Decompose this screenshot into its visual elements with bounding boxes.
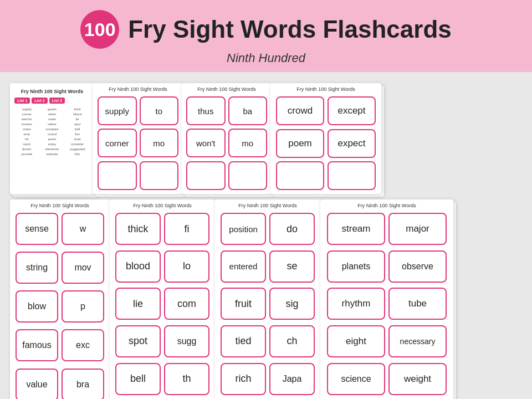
flashcard: thick (115, 213, 161, 245)
flashcard: mov (62, 252, 104, 284)
list-word: lie (65, 117, 90, 121)
list-word: crops (14, 127, 39, 131)
flashcard-sheet-6: Fry Ninth 100 Sight Words position do en… (215, 200, 320, 399)
sheet-title: Fry Ninth 100 Sight Words (327, 203, 447, 208)
list-word: elements (40, 147, 65, 151)
list-word: suggested (65, 147, 90, 151)
badge-list2: List 2 (32, 98, 47, 104)
flashcard: th (164, 363, 209, 395)
flashcard: blood (115, 250, 161, 283)
list-word: corner (14, 112, 39, 116)
flashcard: weight (388, 363, 447, 395)
list-word: consider (65, 142, 90, 146)
flashcard: p (62, 290, 104, 323)
flashcard: exc (62, 329, 104, 361)
list-word: electric (14, 117, 39, 121)
flashcard (140, 161, 179, 190)
flashcard: sugg (164, 325, 209, 357)
list-word: doctor (14, 147, 39, 151)
list-word: rather (40, 122, 65, 126)
flashcard: w (62, 213, 104, 245)
flashcard (228, 161, 268, 190)
flashcard: mo (228, 129, 268, 157)
sheet-title: Fry Ninth 100 Sight Words (221, 203, 315, 208)
flashcard: thus (186, 96, 226, 125)
flashcard: entered (221, 250, 266, 283)
sheet-title: Fry Ninth 100 Sight Words (186, 86, 267, 92)
list-word: indicate (40, 152, 65, 156)
header: 100 Fry Sight Words Flashcards Ninth Hun… (0, 0, 532, 72)
flashcard: to (140, 96, 179, 125)
flashcard: crowd (276, 96, 324, 125)
flashcard: value (16, 369, 58, 399)
flashcard: do (269, 213, 315, 245)
list-word: poem (40, 137, 65, 141)
flashcard: tied (221, 325, 266, 357)
flashcard: spot (115, 325, 161, 357)
badge-number: 100 (80, 10, 119, 49)
list-word: supply (14, 107, 39, 111)
list-word: sand (14, 142, 39, 146)
list-word: fun (65, 132, 90, 136)
flashcard: Japa (269, 363, 315, 395)
flashcard: stream (327, 213, 385, 245)
flashcard: ba (228, 96, 268, 125)
flashcard: except (328, 96, 376, 125)
main-content: Fry Ninth 100 Sight Words List 1 List 2 … (0, 72, 532, 399)
list-word: enjoy (40, 142, 65, 146)
flashcard: sig (269, 288, 315, 320)
list-word: crowd (40, 132, 65, 136)
flashcard-sheet-4: Fry Ninth 100 Sight Words sense w string… (10, 200, 110, 399)
flashcard: eight (327, 325, 385, 357)
flashcard (276, 161, 324, 190)
flashcard: supply (98, 96, 137, 125)
flashcard: necessary (388, 325, 447, 357)
flashcard: corner (98, 129, 137, 157)
sheet-title: Fry Ninth 100 Sight Words (16, 203, 104, 208)
list-word: trade (40, 117, 65, 121)
flashcard: lo (164, 250, 209, 283)
list-word: thin (65, 152, 90, 156)
list-card: Fry Ninth 100 Sight Words List 1 List 2 … (10, 83, 94, 194)
flashcard: fruit (221, 288, 266, 320)
flashcard: com (164, 288, 209, 320)
badge-list3: List 3 (49, 98, 65, 104)
flashcard: string (16, 252, 58, 284)
flashcard: blow (16, 290, 58, 323)
sheet-title: Fry Ninth 100 Sight Words (98, 86, 178, 92)
flashcard: sense (16, 213, 58, 245)
list-word: hit (14, 137, 39, 141)
list-word: thick (65, 107, 90, 111)
flashcard-sheet-3: Fry Ninth 100 Sight Words crowd except p… (270, 83, 381, 194)
list-word: compare (40, 127, 65, 131)
flashcard: rich (221, 363, 266, 395)
flashcard (328, 161, 376, 190)
list-word: loud (65, 137, 90, 141)
flashcard: mo (140, 129, 179, 157)
main-title: Fry Sight Words Flashcards (128, 16, 452, 43)
list-word: spot (65, 122, 90, 126)
list-card-title: Fry Ninth 100 Sight Words (14, 89, 90, 94)
subtitle: Ninth Hundred (227, 51, 305, 65)
list-word: provide (14, 152, 39, 156)
flashcard: won't (186, 129, 226, 157)
flashcard: famous (16, 329, 58, 361)
list-word: blood (65, 112, 90, 116)
flashcard (98, 161, 137, 190)
list-word: silent (40, 112, 65, 116)
flashcard: tube (388, 288, 447, 320)
flashcard: lie (115, 288, 161, 320)
flashcard: bra (62, 369, 104, 399)
list-word: bell (65, 127, 90, 131)
list-word: guess (40, 107, 65, 111)
flashcard (186, 161, 226, 190)
list-word: tone (14, 132, 39, 136)
flashcard: observe (388, 250, 447, 283)
list-word: insects (14, 122, 39, 126)
flashcard: expect (328, 129, 376, 158)
flashcard: bell (115, 363, 161, 395)
flashcard: ch (269, 325, 315, 357)
flashcard: rhythm (327, 288, 385, 320)
flashcard: poem (276, 129, 324, 158)
flashcard: major (388, 213, 447, 245)
